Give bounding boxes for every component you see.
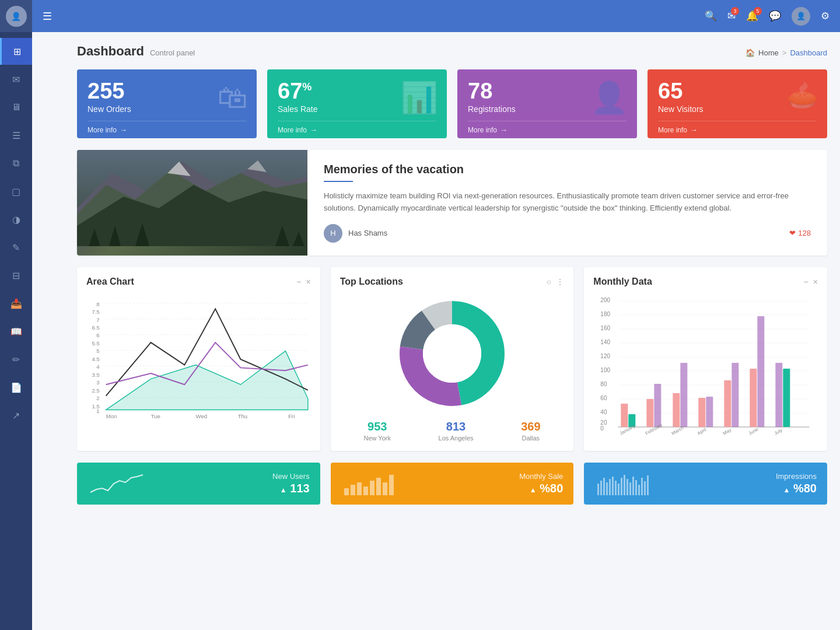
- svg-text:Mon: Mon: [106, 413, 117, 419]
- breadcrumb: 🏠 Home > Dashboard: [746, 48, 827, 57]
- area-chart-minimize[interactable]: −: [296, 277, 301, 286]
- svg-text:5.5: 5.5: [92, 340, 100, 346]
- donut-stat-dallas: 369 Dallas: [521, 420, 540, 442]
- svg-rect-72: [699, 398, 706, 427]
- top-locations-controls: ○ ⋮: [547, 277, 564, 286]
- sidebar-item-square[interactable]: ▢: [0, 178, 32, 205]
- svg-text:7: 7: [96, 316, 99, 323]
- page-title: Dashboard: [77, 44, 144, 59]
- svg-rect-70: [673, 393, 680, 427]
- svg-text:60: 60: [601, 395, 608, 401]
- breadcrumb-separator: >: [782, 48, 787, 57]
- la-value: 813: [439, 420, 474, 433]
- sidebar-item-monitor[interactable]: 🖥: [0, 94, 32, 121]
- sales-arrow-icon: →: [310, 125, 317, 134]
- impressions-widget: Impressions ▲ %80: [584, 463, 827, 505]
- svg-rect-88: [351, 485, 355, 495]
- svg-rect-76: [750, 369, 757, 427]
- bell-button[interactable]: 🔔 5: [746, 10, 758, 22]
- sidebar-item-mail[interactable]: ✉: [0, 66, 32, 93]
- monthly-minimize[interactable]: −: [804, 277, 808, 286]
- sidebar-item-menu[interactable]: ☰: [0, 122, 32, 149]
- svg-rect-93: [383, 482, 387, 495]
- svg-rect-106: [629, 482, 631, 495]
- user-avatar-button[interactable]: 👤: [792, 7, 810, 26]
- like-count: ❤ 128: [789, 229, 811, 237]
- svg-text:May: May: [722, 427, 733, 435]
- svg-rect-98: [606, 482, 608, 495]
- book-icon: 📖: [10, 326, 22, 337]
- monthly-sale-sparkline: [341, 472, 400, 495]
- svg-rect-100: [612, 477, 614, 495]
- sidebar-item-file[interactable]: 📄: [0, 374, 32, 401]
- top-locations-header: Top Locations ○ ⋮: [340, 276, 565, 287]
- svg-rect-78: [776, 363, 783, 427]
- svg-text:Tue: Tue: [151, 413, 160, 419]
- monitor-icon: 🖥: [12, 102, 21, 113]
- svg-rect-96: [600, 481, 602, 495]
- svg-text:Thu: Thu: [238, 413, 248, 419]
- sidebar-item-inbox[interactable]: 📥: [0, 290, 32, 317]
- impressions-value: ▲ %80: [776, 482, 817, 495]
- sidebar-item-book[interactable]: 📖: [0, 318, 32, 345]
- stat-registrations-footer[interactable]: More info →: [468, 121, 626, 138]
- svg-text:80: 80: [601, 381, 608, 387]
- heart-icon: ❤: [789, 229, 796, 237]
- sidebar-item-dashboard[interactable]: ⊞: [0, 38, 32, 65]
- visitors-icon: 🥧: [786, 80, 818, 110]
- bar-chart-svg: 200 180 160 140 120 100 80 60 40 20 0: [593, 295, 818, 435]
- edit-icon: ✎: [12, 242, 20, 253]
- avatar-image: 👤: [6, 6, 27, 27]
- dallas-label: Dallas: [521, 435, 540, 442]
- donut-chart-svg: [394, 295, 510, 412]
- svg-rect-89: [357, 482, 362, 495]
- svg-text:3: 3: [96, 379, 99, 386]
- top-nav-right: 🔍 ✉ 3 🔔 5 💬 👤 ⚙: [705, 7, 830, 26]
- square-icon: ▢: [12, 186, 20, 197]
- area-chart-card: Area Chart − × 8 7.5 7 6.5 6 5.5 5 4.5: [77, 267, 320, 451]
- svg-text:4: 4: [96, 363, 100, 370]
- top-loc-more-btn[interactable]: ⋮: [556, 277, 564, 286]
- hamburger-button[interactable]: ☰: [43, 10, 52, 23]
- svg-rect-92: [376, 478, 381, 495]
- sidebar-item-edit[interactable]: ✎: [0, 234, 32, 261]
- newyork-value: 953: [363, 420, 390, 433]
- author-avatar: H: [324, 224, 342, 243]
- top-loc-circle-btn[interactable]: ○: [547, 277, 551, 286]
- monthly-data-header: Monthly Data − ×: [593, 276, 818, 287]
- svg-text:200: 200: [601, 297, 611, 303]
- vacation-description: Holisticly maximize team building ROI vi…: [324, 190, 811, 215]
- sidebar-item-table[interactable]: ⊟: [0, 262, 32, 289]
- sidebar-nav: ⊞ ✉ 🖥 ☰ ⧉ ▢ ◑ ✎ ⊟ 📥 📖 ✏ 📄 ↗: [0, 38, 32, 429]
- stat-visitors-footer[interactable]: More info →: [658, 121, 817, 138]
- svg-rect-111: [644, 481, 646, 495]
- share-icon: ↗: [12, 410, 20, 421]
- donut-stat-la: 813 Los Angeles: [439, 420, 474, 442]
- area-chart-container: 8 7.5 7 6.5 6 5.5 5 4.5 4 3.5 3 2.5 2 1.…: [86, 295, 311, 424]
- sidebar-item-copy[interactable]: ⧉: [0, 150, 32, 177]
- sidebar-item-pen[interactable]: ✏: [0, 346, 32, 373]
- search-button[interactable]: 🔍: [705, 10, 717, 22]
- sidebar-avatar[interactable]: 👤: [0, 0, 32, 32]
- bottom-widgets: New Users ▲ 113: [77, 463, 827, 505]
- vacation-text-section: Memories of the vacation Holisticly maxi…: [307, 150, 827, 256]
- stat-orders-footer[interactable]: More info →: [88, 121, 246, 138]
- vacation-image: [77, 150, 307, 256]
- top-nav: ☰ 🔍 ✉ 3 🔔 5 💬 👤 ⚙: [32, 0, 840, 32]
- svg-rect-112: [647, 475, 649, 495]
- area-chart-close[interactable]: ×: [306, 277, 310, 286]
- stat-card-visitors: 65 New Visitors 🥧 More info →: [648, 69, 827, 138]
- new-users-info: New Users ▲ 113: [272, 472, 310, 495]
- sidebar-item-share[interactable]: ↗: [0, 402, 32, 429]
- mail-button[interactable]: ✉ 3: [727, 10, 736, 22]
- stat-card-registrations: 78 Registrations 👤 More info →: [457, 69, 637, 138]
- svg-rect-74: [724, 380, 732, 427]
- svg-text:Fri: Fri: [288, 413, 295, 419]
- monthly-close[interactable]: ×: [813, 277, 818, 286]
- chat-button[interactable]: 💬: [769, 10, 781, 22]
- sidebar-item-chart[interactable]: ◑: [0, 206, 32, 233]
- svg-text:0: 0: [601, 425, 604, 432]
- stat-sales-footer[interactable]: More info →: [278, 121, 436, 138]
- settings-button[interactable]: ⚙: [821, 10, 830, 22]
- breadcrumb-home[interactable]: Home: [758, 48, 779, 57]
